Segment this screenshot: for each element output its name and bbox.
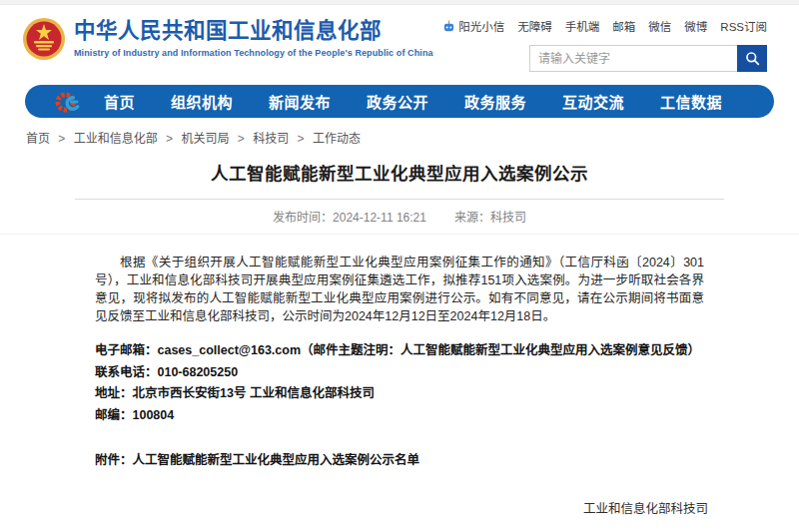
quicklink-accessibility[interactable]: 无障碍 — [517, 18, 552, 34]
breadcrumb-separator: > — [58, 132, 65, 146]
nav-item-news[interactable]: 新闻发布 — [269, 91, 331, 112]
breadcrumb-separator: > — [238, 132, 245, 146]
breadcrumb-home[interactable]: 首页 — [26, 132, 50, 146]
breadcrumb-work-updates[interactable]: 工作动态 — [313, 132, 361, 146]
signature-department: 工业和信息化部科技司 — [75, 498, 708, 517]
ministry-title-en: Ministry of Industry and Information Tec… — [74, 48, 433, 58]
nav-item-data[interactable]: 工信数据 — [660, 91, 722, 112]
quicklink-mail[interactable]: 邮箱 — [612, 18, 635, 34]
nav-item-gov-services[interactable]: 政务服务 — [464, 91, 526, 112]
national-emblem-icon — [22, 17, 66, 61]
search-bar — [529, 45, 767, 72]
brand-text: 中华人民共和国工业和信息化部 Ministry of Industry and … — [74, 16, 433, 58]
meta-divider — [0, 234, 799, 235]
contact-info: 电子邮箱：cases_collect@163.com（邮件主题注明：人工智能赋能… — [95, 340, 704, 426]
article: 人工智能赋能新型工业化典型应用入选案例公示 发布时间：2024-12-11 16… — [75, 160, 724, 532]
nav-items: 首页 组织机构 新闻发布 政务公开 政务服务 互动交流 工信数据 — [86, 91, 740, 112]
article-title: 人工智能赋能新型工业化典型应用入选案例公示 — [75, 160, 724, 185]
nav-item-interaction[interactable]: 互动交流 — [562, 91, 624, 112]
search-input[interactable] — [529, 45, 737, 72]
breadcrumb-departments[interactable]: 机关司局 — [181, 132, 229, 146]
contact-email-line: 电子邮箱：cases_collect@163.com（邮件主题注明：人工智能赋能… — [95, 340, 704, 362]
breadcrumb: 首页 > 工业和信息化部 > 机关司局 > 科技司 > 工作动态 — [26, 129, 799, 146]
contact-postcode-line: 邮编：100804 — [95, 405, 704, 427]
quicklink-label: 阳光小信 — [458, 18, 504, 34]
publish-time: 发布时间：2024-12-11 16:21 — [273, 208, 426, 225]
quicklink-weibo[interactable]: 微博 — [684, 18, 707, 34]
nav-item-gov-disclosure[interactable]: 政务公开 — [367, 91, 428, 112]
quicklink-rss[interactable]: RSS订阅 — [720, 18, 767, 34]
search-button[interactable] — [737, 45, 767, 72]
contact-address-line: 地址：北京市西长安街13号 工业和信息化部科技司 — [95, 383, 704, 405]
main-nav: 首页 组织机构 新闻发布 政务公开 政务服务 互动交流 工信数据 — [25, 85, 774, 118]
nav-item-organization[interactable]: 组织机构 — [171, 91, 233, 112]
attachment-line: 附件：人工智能赋能新型工业化典型应用入选案例公示名单 — [95, 449, 704, 468]
attachment-label: 附件： — [95, 453, 133, 467]
ministry-title-cn: 中华人民共和国工业和信息化部 — [74, 18, 433, 45]
quicklink-chatbot[interactable]: 阳光小信 — [442, 18, 504, 34]
article-paragraph: 根据《关于组织开展人工智能赋能新型工业化典型应用案例征集工作的通知》（工信厅科函… — [95, 254, 704, 325]
quick-links: 阳光小信 无障碍 手机端 邮箱 微信 微博 RSS订阅 — [442, 18, 767, 34]
quicklink-wechat[interactable]: 微信 — [648, 18, 671, 34]
breadcrumb-science-dept[interactable]: 科技司 — [253, 132, 289, 146]
breadcrumb-miit[interactable]: 工业和信息化部 — [74, 132, 158, 146]
nav-item-home[interactable]: 首页 — [104, 91, 135, 112]
contact-phone-line: 联系电话：010-68205250 — [95, 362, 704, 384]
miit-logo-icon[interactable] — [55, 89, 80, 114]
search-icon — [745, 51, 760, 66]
article-meta: 发布时间：2024-12-11 16:21 来源：科技司 — [75, 200, 724, 234]
site-header: 中华人民共和国工业和信息化部 Ministry of Industry and … — [0, 5, 799, 78]
header-right: 阳光小信 无障碍 手机端 邮箱 微信 微博 RSS订阅 — [442, 16, 767, 72]
quicklink-mobile[interactable]: 手机端 — [565, 18, 600, 34]
robot-icon — [442, 20, 455, 33]
breadcrumb-separator: > — [166, 132, 173, 146]
attachment-link[interactable]: 人工智能赋能新型工业化典型应用入选案例公示名单 — [133, 453, 420, 467]
article-source: 来源：科技司 — [454, 208, 526, 225]
ministry-brand: 中华人民共和国工业和信息化部 Ministry of Industry and … — [22, 16, 433, 72]
breadcrumb-separator: > — [298, 132, 305, 146]
